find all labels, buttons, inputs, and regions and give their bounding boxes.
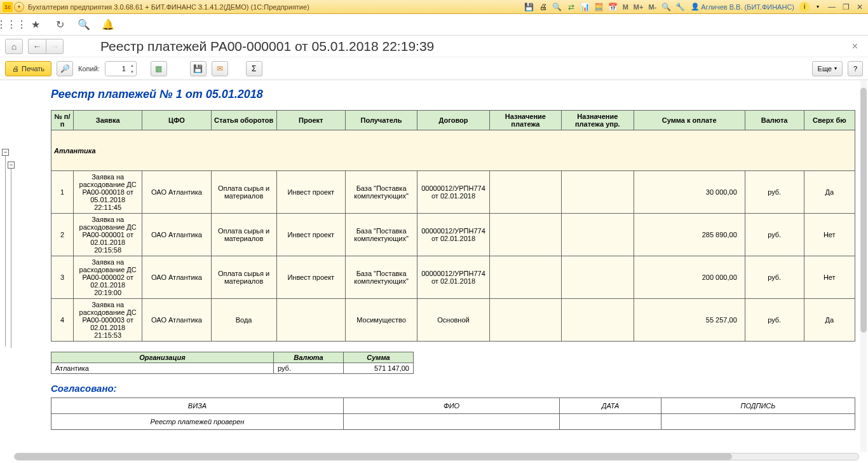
table-button[interactable]: ▦: [151, 61, 167, 76]
title-bar: 1c ▾ Бухгалтерия предприятия 3.0.68.61 +…: [0, 0, 868, 14]
main-toolbar: ⋮⋮⋮ ★ ↻ 🔍 🔔: [0, 14, 868, 36]
calendar-icon[interactable]: 📅: [607, 2, 619, 12]
sum-button[interactable]: Σ: [246, 61, 262, 76]
action-bar: 🖨 Печать 🔎 Копий: ▲▼ ▦ 💾 ✉ Σ Еще▾ ?: [0, 57, 868, 80]
notifications-icon[interactable]: 🔔: [102, 18, 114, 31]
nav-row: ⌂ ← → Реестр платежей РА00-000001 от 05.…: [0, 36, 868, 57]
more-button[interactable]: Еще▾: [812, 61, 843, 76]
print-button[interactable]: 🖨 Печать: [5, 61, 51, 76]
info-dropdown-icon[interactable]: ▾: [812, 2, 824, 12]
minimize-button[interactable]: —: [826, 3, 837, 11]
help-button[interactable]: ?: [848, 61, 863, 76]
forward-button[interactable]: →: [46, 39, 64, 54]
history-icon[interactable]: ↻: [53, 18, 66, 31]
page-title: Реестр платежей РА00-000001 от 05.01.201…: [100, 39, 842, 54]
preview-button[interactable]: 🔎: [57, 61, 73, 76]
close-page-button[interactable]: ×: [847, 41, 863, 52]
printer-icon: 🖨: [12, 65, 19, 73]
chevron-down-icon: ▾: [834, 66, 837, 71]
spin-down-icon[interactable]: ▼: [128, 69, 136, 75]
save-doc-button[interactable]: 💾: [190, 61, 207, 76]
apps-icon[interactable]: ⋮⋮⋮: [5, 18, 18, 31]
calculator-icon[interactable]: 🧮: [593, 2, 605, 12]
copies-input[interactable]: [105, 62, 128, 76]
print-icon[interactable]: 🖨: [538, 2, 549, 12]
save-icon[interactable]: 💾: [524, 2, 535, 12]
memory-m-button[interactable]: M: [621, 3, 630, 11]
memory-mplus-button[interactable]: M+: [632, 3, 645, 11]
current-user[interactable]: 👤Агличев В.В. (БИТ.ФИНАНС): [691, 3, 794, 11]
copies-label: Копий:: [78, 65, 100, 73]
memory-mminus-button[interactable]: M-: [647, 3, 658, 11]
email-button[interactable]: ✉: [212, 61, 228, 76]
search-icon[interactable]: 🔍: [78, 18, 90, 31]
copies-spinner[interactable]: ▲▼: [105, 61, 137, 76]
preview-icon[interactable]: 🔍: [552, 2, 563, 12]
maximize-button[interactable]: ❐: [840, 3, 851, 11]
window-title: Бухгалтерия предприятия 3.0.68.61 + БИТ.…: [28, 3, 524, 11]
report-icon[interactable]: 📊: [580, 2, 591, 12]
home-button[interactable]: ⌂: [5, 39, 23, 54]
info-icon[interactable]: i: [799, 2, 810, 12]
app-menu-dropdown[interactable]: ▾: [14, 2, 24, 12]
favorites-icon[interactable]: ★: [29, 18, 42, 31]
compare-icon[interactable]: ⇄: [566, 2, 577, 12]
app-logo-icon: 1c: [3, 2, 13, 12]
spin-up-icon[interactable]: ▲: [128, 62, 136, 69]
close-button[interactable]: ✕: [854, 3, 865, 11]
back-button[interactable]: ←: [28, 39, 46, 54]
settings-icon[interactable]: 🔧: [674, 2, 686, 12]
zoom-in-icon[interactable]: 🔍: [660, 2, 672, 12]
